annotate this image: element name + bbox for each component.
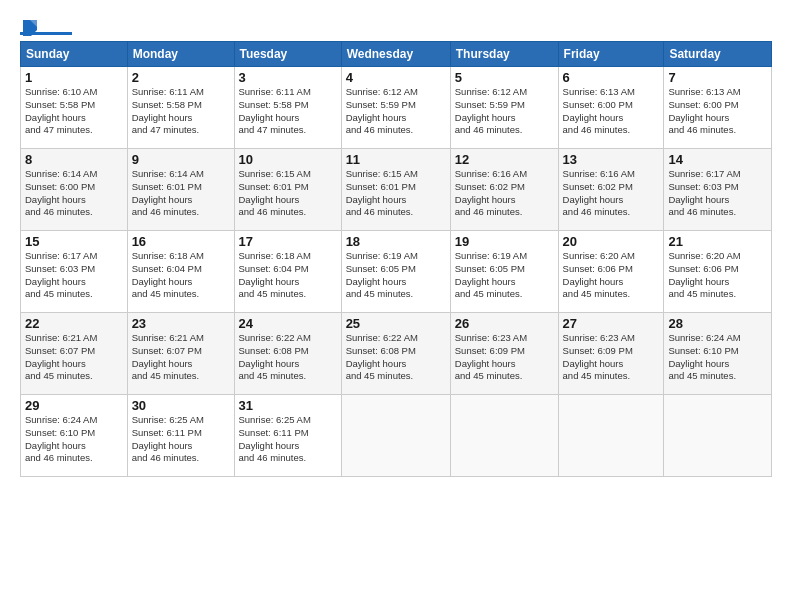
day-info: Sunrise: 6:11 AM Sunset: 5:58 PM Dayligh… [239, 86, 311, 135]
day-cell: 24 Sunrise: 6:22 AM Sunset: 6:08 PM Dayl… [234, 313, 341, 395]
day-info: Sunrise: 6:25 AM Sunset: 6:11 PM Dayligh… [132, 414, 204, 463]
day-info: Sunrise: 6:24 AM Sunset: 6:10 PM Dayligh… [668, 332, 740, 381]
day-number: 18 [346, 234, 446, 249]
day-cell [664, 395, 772, 477]
day-info: Sunrise: 6:17 AM Sunset: 6:03 PM Dayligh… [668, 168, 740, 217]
day-info: Sunrise: 6:13 AM Sunset: 6:00 PM Dayligh… [668, 86, 740, 135]
header [20, 18, 772, 35]
day-cell [558, 395, 664, 477]
day-cell: 2 Sunrise: 6:11 AM Sunset: 5:58 PM Dayli… [127, 67, 234, 149]
day-cell: 13 Sunrise: 6:16 AM Sunset: 6:02 PM Dayl… [558, 149, 664, 231]
day-number: 26 [455, 316, 554, 331]
day-cell: 6 Sunrise: 6:13 AM Sunset: 6:00 PM Dayli… [558, 67, 664, 149]
day-number: 21 [668, 234, 767, 249]
day-number: 8 [25, 152, 123, 167]
day-number: 10 [239, 152, 337, 167]
day-cell: 15 Sunrise: 6:17 AM Sunset: 6:03 PM Dayl… [21, 231, 128, 313]
day-info: Sunrise: 6:25 AM Sunset: 6:11 PM Dayligh… [239, 414, 311, 463]
day-number: 29 [25, 398, 123, 413]
day-number: 16 [132, 234, 230, 249]
day-cell: 9 Sunrise: 6:14 AM Sunset: 6:01 PM Dayli… [127, 149, 234, 231]
day-info: Sunrise: 6:23 AM Sunset: 6:09 PM Dayligh… [563, 332, 635, 381]
day-number: 11 [346, 152, 446, 167]
logo-underline [20, 32, 72, 35]
calendar-body: 1 Sunrise: 6:10 AM Sunset: 5:58 PM Dayli… [21, 67, 772, 477]
day-cell: 4 Sunrise: 6:12 AM Sunset: 5:59 PM Dayli… [341, 67, 450, 149]
day-info: Sunrise: 6:15 AM Sunset: 6:01 PM Dayligh… [239, 168, 311, 217]
day-number: 24 [239, 316, 337, 331]
day-info: Sunrise: 6:20 AM Sunset: 6:06 PM Dayligh… [668, 250, 740, 299]
day-cell: 12 Sunrise: 6:16 AM Sunset: 6:02 PM Dayl… [450, 149, 558, 231]
col-header-friday: Friday [558, 42, 664, 67]
day-cell: 29 Sunrise: 6:24 AM Sunset: 6:10 PM Dayl… [21, 395, 128, 477]
day-cell: 31 Sunrise: 6:25 AM Sunset: 6:11 PM Dayl… [234, 395, 341, 477]
day-cell: 14 Sunrise: 6:17 AM Sunset: 6:03 PM Dayl… [664, 149, 772, 231]
day-number: 6 [563, 70, 660, 85]
day-cell: 10 Sunrise: 6:15 AM Sunset: 6:01 PM Dayl… [234, 149, 341, 231]
day-info: Sunrise: 6:10 AM Sunset: 5:58 PM Dayligh… [25, 86, 97, 135]
day-number: 25 [346, 316, 446, 331]
day-cell: 11 Sunrise: 6:15 AM Sunset: 6:01 PM Dayl… [341, 149, 450, 231]
day-cell: 21 Sunrise: 6:20 AM Sunset: 6:06 PM Dayl… [664, 231, 772, 313]
day-info: Sunrise: 6:11 AM Sunset: 5:58 PM Dayligh… [132, 86, 204, 135]
day-info: Sunrise: 6:15 AM Sunset: 6:01 PM Dayligh… [346, 168, 418, 217]
day-cell: 3 Sunrise: 6:11 AM Sunset: 5:58 PM Dayli… [234, 67, 341, 149]
day-info: Sunrise: 6:22 AM Sunset: 6:08 PM Dayligh… [239, 332, 311, 381]
day-info: Sunrise: 6:21 AM Sunset: 6:07 PM Dayligh… [25, 332, 97, 381]
day-info: Sunrise: 6:19 AM Sunset: 6:05 PM Dayligh… [455, 250, 527, 299]
day-info: Sunrise: 6:12 AM Sunset: 5:59 PM Dayligh… [346, 86, 418, 135]
day-info: Sunrise: 6:16 AM Sunset: 6:02 PM Dayligh… [455, 168, 527, 217]
day-info: Sunrise: 6:23 AM Sunset: 6:09 PM Dayligh… [455, 332, 527, 381]
day-cell [450, 395, 558, 477]
day-number: 30 [132, 398, 230, 413]
col-header-sunday: Sunday [21, 42, 128, 67]
column-headers: SundayMondayTuesdayWednesdayThursdayFrid… [21, 42, 772, 67]
day-number: 9 [132, 152, 230, 167]
day-number: 31 [239, 398, 337, 413]
day-number: 3 [239, 70, 337, 85]
day-number: 23 [132, 316, 230, 331]
day-number: 5 [455, 70, 554, 85]
day-number: 19 [455, 234, 554, 249]
week-row-1: 1 Sunrise: 6:10 AM Sunset: 5:58 PM Dayli… [21, 67, 772, 149]
week-row-2: 8 Sunrise: 6:14 AM Sunset: 6:00 PM Dayli… [21, 149, 772, 231]
week-row-4: 22 Sunrise: 6:21 AM Sunset: 6:07 PM Dayl… [21, 313, 772, 395]
day-cell: 7 Sunrise: 6:13 AM Sunset: 6:00 PM Dayli… [664, 67, 772, 149]
day-number: 20 [563, 234, 660, 249]
col-header-thursday: Thursday [450, 42, 558, 67]
day-number: 14 [668, 152, 767, 167]
day-info: Sunrise: 6:21 AM Sunset: 6:07 PM Dayligh… [132, 332, 204, 381]
day-cell: 5 Sunrise: 6:12 AM Sunset: 5:59 PM Dayli… [450, 67, 558, 149]
day-info: Sunrise: 6:18 AM Sunset: 6:04 PM Dayligh… [132, 250, 204, 299]
week-row-3: 15 Sunrise: 6:17 AM Sunset: 6:03 PM Dayl… [21, 231, 772, 313]
col-header-wednesday: Wednesday [341, 42, 450, 67]
day-cell: 26 Sunrise: 6:23 AM Sunset: 6:09 PM Dayl… [450, 313, 558, 395]
col-header-tuesday: Tuesday [234, 42, 341, 67]
day-number: 2 [132, 70, 230, 85]
day-info: Sunrise: 6:22 AM Sunset: 6:08 PM Dayligh… [346, 332, 418, 381]
col-header-monday: Monday [127, 42, 234, 67]
day-number: 28 [668, 316, 767, 331]
day-cell: 30 Sunrise: 6:25 AM Sunset: 6:11 PM Dayl… [127, 395, 234, 477]
day-cell: 25 Sunrise: 6:22 AM Sunset: 6:08 PM Dayl… [341, 313, 450, 395]
calendar-table: SundayMondayTuesdayWednesdayThursdayFrid… [20, 41, 772, 477]
day-info: Sunrise: 6:13 AM Sunset: 6:00 PM Dayligh… [563, 86, 635, 135]
day-cell: 18 Sunrise: 6:19 AM Sunset: 6:05 PM Dayl… [341, 231, 450, 313]
day-info: Sunrise: 6:24 AM Sunset: 6:10 PM Dayligh… [25, 414, 97, 463]
day-info: Sunrise: 6:12 AM Sunset: 5:59 PM Dayligh… [455, 86, 527, 135]
day-info: Sunrise: 6:14 AM Sunset: 6:01 PM Dayligh… [132, 168, 204, 217]
page: SundayMondayTuesdayWednesdayThursdayFrid… [0, 0, 792, 612]
day-number: 4 [346, 70, 446, 85]
day-number: 17 [239, 234, 337, 249]
day-info: Sunrise: 6:19 AM Sunset: 6:05 PM Dayligh… [346, 250, 418, 299]
logo [20, 18, 72, 35]
day-cell: 22 Sunrise: 6:21 AM Sunset: 6:07 PM Dayl… [21, 313, 128, 395]
day-cell: 8 Sunrise: 6:14 AM Sunset: 6:00 PM Dayli… [21, 149, 128, 231]
day-number: 7 [668, 70, 767, 85]
day-cell [341, 395, 450, 477]
day-cell: 27 Sunrise: 6:23 AM Sunset: 6:09 PM Dayl… [558, 313, 664, 395]
week-row-5: 29 Sunrise: 6:24 AM Sunset: 6:10 PM Dayl… [21, 395, 772, 477]
day-number: 27 [563, 316, 660, 331]
day-cell: 23 Sunrise: 6:21 AM Sunset: 6:07 PM Dayl… [127, 313, 234, 395]
day-cell: 19 Sunrise: 6:19 AM Sunset: 6:05 PM Dayl… [450, 231, 558, 313]
